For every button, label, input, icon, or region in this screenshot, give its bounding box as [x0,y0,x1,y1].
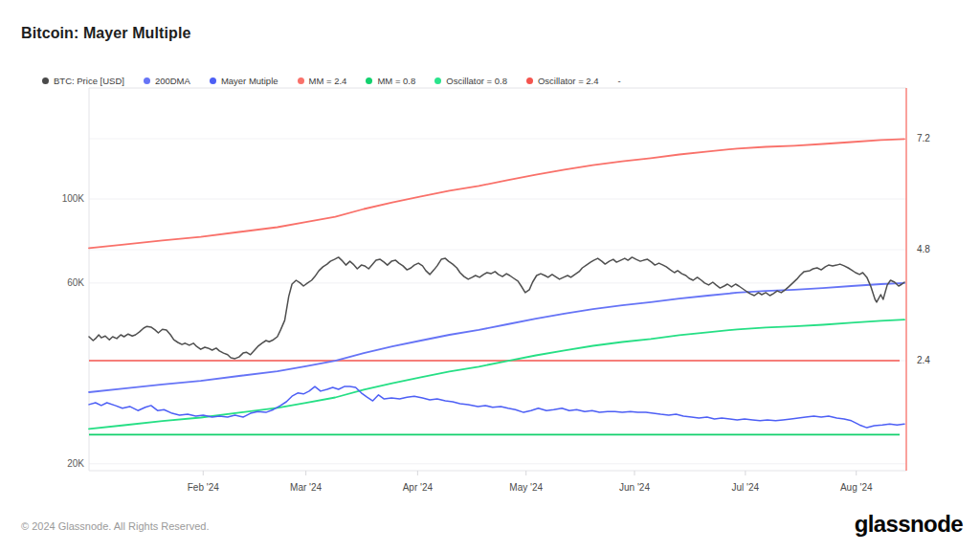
y-left-tick-100K: 100K [46,193,84,204]
x-axis-tick-Aug '24: Aug '24 [826,482,887,493]
series-line-200dma [89,283,904,392]
x-axis-tick-Jun '24: Jun '24 [604,482,665,493]
x-axis-tick-Jul '24: Jul '24 [715,482,776,493]
band-line-mm-2-4 [89,139,904,248]
x-axis-tick-Feb '24: Feb '24 [172,482,234,493]
glassnode-chart-page: Bitcoin: Mayer Multiple BTC: Price [USD]… [0,0,980,551]
y-right-tick-2.4: 2.4 [917,355,930,365]
series-line-mayer-mutiple [89,386,904,428]
y-right-tick-7.2: 7.2 [917,133,930,143]
x-axis-tick-Apr '24: Apr '24 [387,482,448,493]
chart-plot-area[interactable] [0,0,980,551]
series-line-btc-price-usd- [89,257,904,359]
x-axis-tick-May '24: May '24 [496,482,557,493]
x-axis-tick-Mar '24: Mar '24 [276,482,337,493]
copyright-text: © 2024 Glassnode. All Rights Reserved. [21,520,209,532]
glassnode-logo: glassnode [855,511,963,538]
band-line-mm-0-8 [89,320,904,429]
y-left-tick-60K: 60K [46,277,84,288]
y-right-tick-4.8: 4.8 [917,244,930,254]
y-left-tick-20K: 20K [46,458,84,469]
